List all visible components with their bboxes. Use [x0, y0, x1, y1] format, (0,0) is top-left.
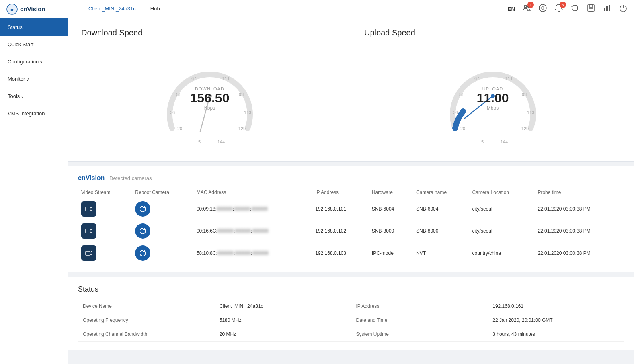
status-left-label-0: Device Name	[78, 299, 215, 313]
svg-text:67: 67	[474, 76, 479, 81]
logo-icon: cn	[6, 4, 18, 15]
logo-text: cnVision	[20, 6, 45, 12]
topbar-actions: EN 1 5	[508, 4, 628, 14]
content-area: Download Speed 5 20	[68, 18, 634, 364]
video-icon-2	[85, 250, 92, 256]
tab-client[interactable]: Client_MINI_24a31c	[81, 0, 143, 18]
svg-text:111: 111	[505, 76, 512, 81]
col-location: Camera Location	[469, 187, 535, 198]
svg-text:113: 113	[527, 110, 534, 115]
status-left-value-1: 5180 MHz	[215, 313, 351, 327]
cameras-table-header: Video Stream Reboot Camera MAC Address I…	[78, 187, 624, 198]
camera-ip-2: 192.168.0.103	[312, 242, 369, 264]
status-right-value-2: 3 hours, 43 minutes	[488, 327, 624, 342]
svg-text:51: 51	[459, 92, 464, 97]
sidebar-item-monitor[interactable]: Monitor	[0, 70, 68, 88]
status-right-label-0: IP Address	[351, 299, 488, 313]
camera-location-0: city/seoul	[469, 198, 535, 220]
main-layout: Status Quick Start Configuration Monitor…	[0, 18, 634, 364]
sidebar-item-quickstart[interactable]: Quick Start	[0, 36, 68, 53]
col-reboot: Reboot Camera	[132, 187, 193, 198]
download-gauge-container: 5 20 36 51 67 111 98	[81, 44, 338, 148]
save-icon	[587, 4, 595, 12]
svg-rect-9	[604, 8, 605, 11]
status-section: Status Device Name Client_MINI_24a31c IP…	[68, 277, 634, 350]
upload-unit: Mbps	[476, 105, 509, 111]
svg-text:36: 36	[453, 110, 458, 115]
svg-rect-38	[86, 229, 90, 233]
svg-text:cn: cn	[10, 7, 15, 12]
camera-mac-0: 00:09:18:XXXXX:XXXXX:XXXXX	[193, 198, 312, 220]
svg-text:111: 111	[222, 76, 229, 81]
col-probe: Probe time	[534, 187, 624, 198]
power-action[interactable]	[619, 4, 628, 14]
reboot-button-1[interactable]	[135, 223, 150, 239]
svg-text:20: 20	[177, 126, 182, 131]
svg-text:5: 5	[481, 139, 483, 144]
svg-rect-8	[589, 9, 593, 11]
upload-panel: Upload Speed 5 20 36 51	[351, 18, 634, 161]
svg-text:144: 144	[217, 139, 224, 144]
col-hardware: Hardware	[369, 187, 413, 198]
barchart-action[interactable]	[603, 4, 611, 14]
upload-gauge: 5 20 36 51 67 111 98 113 129 144	[441, 44, 545, 148]
svg-rect-7	[589, 5, 593, 7]
bell-badge: 5	[560, 2, 566, 8]
reboot-button-2[interactable]	[135, 245, 150, 261]
download-gauge: 5 20 36 51 67 111 98	[158, 44, 262, 148]
svg-text:51: 51	[176, 92, 181, 97]
status-right-value-1: 22 Jan 2020, 20:01:00 GMT	[488, 313, 624, 327]
video-icon-0	[85, 206, 92, 212]
download-unit: Kbps	[190, 105, 230, 111]
camera-row-2: 58:10:8C:XXXXX:XXXXX:XXXXX 192.168.0.103…	[78, 242, 624, 264]
col-videostream: Video Stream	[78, 187, 132, 198]
reboot-icon-1	[139, 227, 146, 235]
camera-name-2: NVT	[413, 242, 469, 264]
bar-chart-icon	[603, 4, 611, 12]
camera-video-1	[78, 220, 132, 242]
camera-reboot-1	[132, 220, 193, 242]
camera-location-2: country/china	[469, 242, 535, 264]
status-left-value-2: 20 MHz	[215, 327, 351, 342]
save-action[interactable]	[587, 4, 595, 14]
status-section-title: Status	[78, 285, 624, 294]
upload-title: Upload Speed	[364, 28, 621, 37]
camera-mac-2: 58:10:8C:XXXXX:XXXXX:XXXXX	[193, 242, 312, 264]
cameras-table-body: 00:09:18:XXXXX:XXXXX:XXXXX 192.168.0.101…	[78, 198, 624, 264]
sidebar-item-configuration[interactable]: Configuration	[0, 53, 68, 70]
sidebar-item-tools[interactable]: Tools	[0, 88, 68, 105]
users-badge: 1	[527, 2, 534, 8]
svg-text:67: 67	[191, 76, 196, 81]
camera-probe-1: 22.01.2020 03:00:38 PM	[534, 220, 624, 242]
camera-hardware-1: SNB-8000	[369, 220, 413, 242]
gauge-section: Download Speed 5 20	[68, 18, 634, 162]
status-left-value-0: Client_MINI_24a31c	[215, 299, 351, 313]
download-panel: Download Speed 5 20	[68, 18, 351, 161]
upload-center-text: UPLOAD 11.00 Mbps	[476, 86, 509, 111]
video-button-1[interactable]	[81, 223, 96, 239]
refresh-action[interactable]	[570, 4, 579, 14]
sidebar-item-status[interactable]: Status	[0, 18, 68, 36]
status-left-label-2: Operating Channel Bandwidth	[78, 327, 215, 342]
camera-hardware-2: IPC-model	[369, 242, 413, 264]
bell-action[interactable]: 5	[554, 4, 563, 14]
circle-action[interactable]	[538, 4, 547, 14]
svg-text:129: 129	[238, 126, 245, 131]
svg-text:5: 5	[198, 139, 200, 144]
camera-location-1: city/seoul	[469, 220, 535, 242]
sidebar-item-vms[interactable]: VMS integration	[0, 105, 68, 122]
language-selector[interactable]: EN	[508, 6, 515, 12]
camera-probe-2: 22.01.2020 03:00:38 PM	[534, 242, 624, 264]
svg-text:113: 113	[244, 110, 251, 115]
video-button-2[interactable]	[81, 245, 96, 261]
col-mac: MAC Address	[193, 187, 312, 198]
circle-icon	[538, 4, 547, 12]
video-button-0[interactable]	[81, 201, 96, 217]
tab-hub[interactable]: Hub	[143, 0, 167, 18]
svg-rect-36	[86, 207, 90, 211]
logo: cn cnVision	[6, 4, 75, 15]
video-icon-1	[85, 228, 92, 234]
users-action[interactable]: 1	[522, 4, 531, 14]
camera-video-0	[78, 198, 132, 220]
reboot-button-0[interactable]	[135, 201, 150, 217]
